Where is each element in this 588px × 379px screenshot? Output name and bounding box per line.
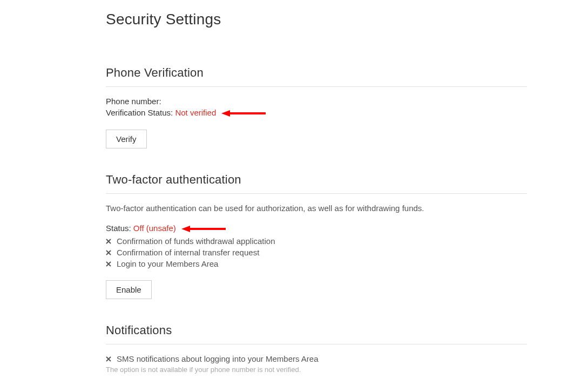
phone-number-line: Phone number: [106,97,588,106]
enable-button[interactable]: Enable [106,280,152,299]
x-icon [106,250,112,255]
two-factor-status-label: Status: [106,224,133,233]
verification-status-line: Verification Status: Not verified [106,108,588,118]
two-factor-section: Two-factor authentication Two-factor aut… [106,173,588,299]
feature-item: Confirmation of internal transfer reques… [106,248,588,257]
x-icon [106,356,112,362]
feature-label: Confirmation of internal transfer reques… [117,248,259,257]
verification-status-value: Not verified [175,108,216,117]
svg-marker-1 [221,110,230,117]
arrow-annotation-icon [181,225,226,233]
arrow-annotation-icon [221,109,266,118]
notifications-section: Notifications SMS notifications about lo… [106,323,588,374]
phone-verification-title: Phone Verification [106,66,527,87]
feature-item: Login to your Members Area [106,259,588,268]
phone-number-label: Phone number: [106,97,161,106]
feature-item: SMS notifications about logging into you… [106,354,588,363]
feature-label: Confirmation of funds withdrawal applica… [117,236,275,246]
notifications-title: Notifications [106,323,527,344]
feature-label: Login to your Members Area [117,259,218,268]
two-factor-title: Two-factor authentication [106,173,527,194]
two-factor-status-value: Off (unsafe) [133,224,176,233]
phone-verification-section: Phone Verification Phone number: Verific… [106,66,588,148]
x-icon [106,239,112,244]
verification-status-label: Verification Status: [106,108,175,117]
two-factor-status-line: Status: Off (unsafe) [106,224,588,233]
svg-marker-3 [181,226,190,232]
page-title: Security Settings [106,11,588,28]
x-icon [106,261,112,267]
feature-item: Confirmation of funds withdrawal applica… [106,236,588,246]
notification-helper-text: The option is not available if your phon… [106,366,588,374]
two-factor-description: Two-factor authentication can be used fo… [106,204,588,213]
verify-button[interactable]: Verify [106,130,147,148]
notification-label: SMS notifications about logging into you… [117,354,319,363]
